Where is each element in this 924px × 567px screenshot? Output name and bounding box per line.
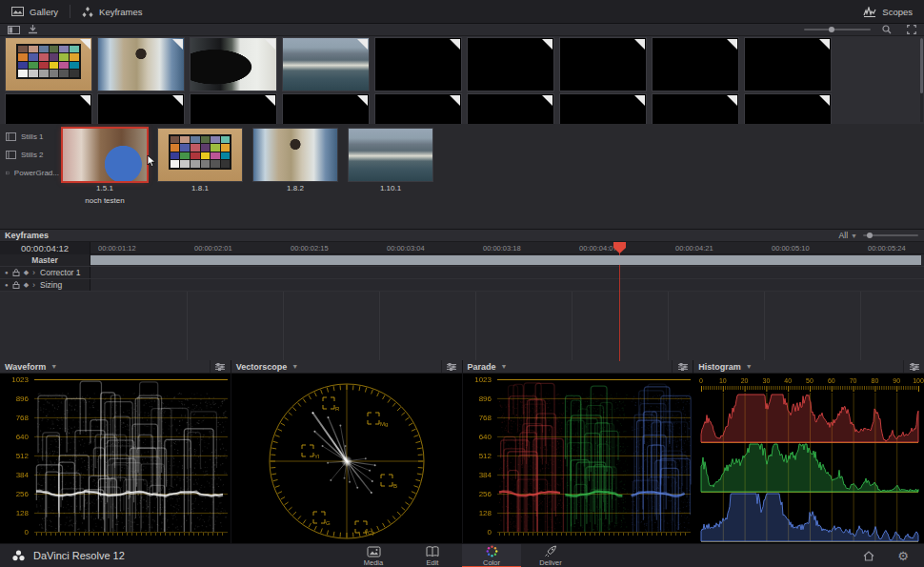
sidebar-item-stills-2[interactable]: Stills 2 [0, 146, 59, 164]
track-enable-dot-icon[interactable]: ● [5, 270, 9, 275]
gallery-still-thumbnail[interactable] [468, 94, 553, 124]
corner-badge [542, 39, 552, 50]
still-thumbnail[interactable] [158, 129, 242, 181]
chevron-down-icon[interactable]: ▼ [291, 363, 298, 370]
track-row-corrector1[interactable]: ● ◆ › Corrector 1 [0, 267, 924, 279]
keyframes-button[interactable]: Keyframes [70, 0, 153, 23]
colorchecker-cell [201, 160, 211, 168]
still-1.8.2[interactable]: 1.8.2 [253, 129, 337, 206]
gallery-still-thumbnail[interactable] [375, 94, 461, 124]
keyframe-diamond-icon[interactable]: ◆ [24, 281, 29, 289]
page-tab-media[interactable]: Media [344, 544, 403, 567]
keyframe-diamond-icon[interactable]: ◆ [24, 269, 29, 276]
timeline-gridline [475, 292, 476, 360]
still-1.5.1[interactable]: 1.5.1noch testen [63, 129, 147, 206]
colorchecker-cell [29, 53, 38, 61]
scopes-section: Waveform ▼ Vectorscope ▼ Parade ▼ [0, 360, 924, 543]
colorchecker-cell [211, 144, 220, 152]
still-thumbnail[interactable] [63, 129, 147, 181]
sidebar-item-stills-1[interactable]: Stills 1 [0, 128, 59, 146]
gallery-button[interactable]: Gallery [0, 0, 70, 23]
master-track-area[interactable] [90, 254, 924, 266]
keyframe-filter-dropdown[interactable]: All ▼ [839, 231, 857, 240]
corner-badge [450, 39, 460, 50]
still-thumbnail[interactable] [253, 129, 337, 181]
colorchecker-cell [39, 53, 49, 61]
expand-button[interactable] [907, 25, 916, 34]
search-button[interactable] [882, 25, 892, 34]
waveform-settings-button[interactable] [210, 360, 231, 373]
page-tab-deliver[interactable]: Deliver [521, 544, 580, 567]
chevron-down-icon[interactable]: ▼ [50, 363, 57, 370]
colorchecker-cell [191, 160, 200, 168]
chevron-down-icon[interactable]: ▼ [746, 363, 753, 370]
corner-badge [265, 39, 275, 50]
lock-icon[interactable] [12, 269, 20, 276]
parade-header: Parade ▼ [463, 360, 693, 374]
toggle-gallery-list-button[interactable] [8, 26, 20, 34]
gallery-still-thumbnail[interactable] [375, 38, 461, 91]
chevron-down-icon[interactable]: ▼ [501, 363, 508, 370]
colorchecker-cell [18, 70, 28, 77]
histogram-settings-button[interactable] [903, 360, 924, 373]
gallery-still-thumbnail[interactable] [745, 94, 831, 124]
gallery-still-thumbnail[interactable] [283, 38, 369, 91]
track-row-sizing[interactable]: ● ◆ › Sizing [0, 279, 924, 292]
master-track-bar[interactable] [90, 255, 921, 265]
gallery-still-thumbnail[interactable] [653, 94, 738, 124]
still-1.10.1[interactable]: 1.10.1 [349, 129, 432, 206]
timeline-ruler[interactable]: 00:00:01:1200:00:02:0100:00:02:1500:00:0… [90, 242, 924, 254]
ruler-timecode: 00:00:04:21 [675, 242, 713, 254]
grab-still-button[interactable] [28, 25, 38, 34]
thumbnail-size-slider[interactable] [804, 29, 871, 30]
master-track-label: Master [0, 254, 90, 266]
waveform-panel: Waveform ▼ [0, 360, 231, 543]
gallery-still-thumbnail[interactable] [468, 38, 553, 91]
gallery-still-thumbnail[interactable] [745, 38, 831, 91]
bottom-bar: DaVinci Resolve 12 MediaEditColorDeliver… [0, 543, 924, 567]
sidebar-item-powergrad-[interactable]: PowerGrad... [0, 164, 59, 182]
panel-layout-icon [8, 26, 20, 34]
gallery-still-thumbnail[interactable] [283, 94, 369, 124]
corrector1-track-area[interactable] [90, 267, 924, 278]
gallery-still-thumbnail[interactable] [6, 94, 91, 124]
colorchecker-cell [70, 62, 79, 70]
gear-icon[interactable]: ⚙ [897, 550, 909, 562]
gallery-still-thumbnail[interactable] [653, 38, 738, 91]
track-row-master[interactable]: Master [0, 254, 924, 267]
gallery-still-thumbnail[interactable] [560, 38, 646, 91]
still-thumbnail[interactable] [349, 129, 432, 181]
album-icon [6, 132, 16, 141]
still-1.8.1[interactable]: 1.8.1 [158, 129, 242, 206]
keyframes-zoom-slider-handle[interactable] [867, 233, 873, 238]
scopes-button[interactable]: Scopes [852, 0, 924, 23]
vectorscope-settings-button[interactable] [441, 360, 462, 373]
gallery-still-thumbnail[interactable] [98, 38, 184, 91]
gallery-still-thumbnail[interactable] [191, 94, 276, 124]
home-icon[interactable] [863, 551, 874, 561]
colorchecker-grid [16, 44, 81, 79]
gallery-scrollbar[interactable] [920, 38, 923, 122]
sizing-track-area[interactable] [90, 279, 924, 291]
gallery-still-thumbnail[interactable] [98, 94, 184, 124]
gallery-still-thumbnail[interactable] [6, 38, 91, 91]
gallery-still-thumbnail[interactable] [191, 38, 276, 91]
parade-settings-button[interactable] [672, 360, 693, 373]
page-navigation: MediaEditColorDeliver [344, 544, 580, 567]
mouse-cursor [147, 154, 156, 168]
colorchecker-cell [211, 136, 220, 144]
parade-title: Parade [463, 362, 496, 372]
gallery-still-thumbnail[interactable] [560, 94, 646, 124]
thumbnail-size-slider-handle[interactable] [829, 27, 834, 32]
sliders-icon [447, 363, 456, 371]
keyframes-zoom-slider[interactable] [863, 234, 918, 236]
lock-icon[interactable] [12, 281, 20, 289]
search-icon [882, 25, 892, 34]
stills-row: 1.5.1noch testen1.8.11.8.21.10.1 [63, 129, 432, 206]
track-enable-dot-icon[interactable]: ● [5, 282, 9, 288]
colorchecker-cell [70, 53, 79, 61]
top-bar: Gallery Keyframes Scopes [0, 0, 924, 24]
gallery-scrollbar-thumb[interactable] [920, 38, 923, 93]
page-tab-color[interactable]: Color [462, 544, 521, 567]
page-tab-edit[interactable]: Edit [403, 544, 462, 567]
